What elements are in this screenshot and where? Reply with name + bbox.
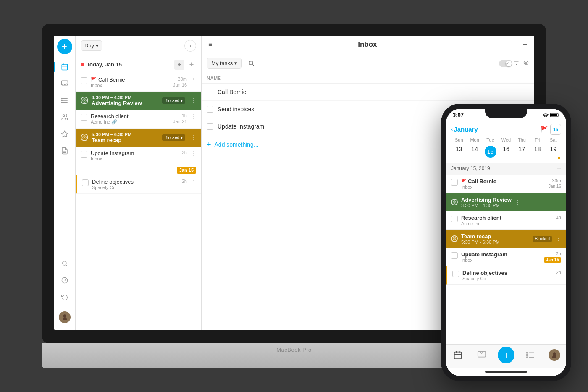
task-checkbox[interactable] [207, 123, 213, 130]
clock-icon [81, 97, 88, 104]
phone-date-13[interactable]: 13 [451, 144, 467, 159]
event-advertising-review[interactable]: 3:30 PM – 4:30 PM Advertising Review Blo… [76, 92, 201, 110]
sidebar-item-inbox[interactable] [57, 76, 72, 91]
task-checkbox[interactable] [81, 151, 87, 158]
phone-status-bar: 3:07 [446, 109, 566, 121]
blocked-badge: Blocked ▾ [162, 134, 185, 141]
sidebar-item-help[interactable] [57, 273, 72, 288]
phone-status-icons [543, 113, 559, 117]
phone-mockup: 3:07 ‹ January 🚩 15 [441, 104, 571, 381]
calendar-header: Day ▾ › [76, 36, 201, 56]
phone-checkbox[interactable] [451, 216, 458, 222]
phone-event-advertising-review[interactable]: Advertising Review 3:30 PM - 4:30 PM ⋮ [446, 193, 566, 211]
home-indicator [485, 371, 527, 373]
svg-rect-44 [454, 352, 462, 359]
phone-back-button[interactable]: ‹ January [451, 126, 478, 133]
sidebar-item-avatar[interactable] [57, 310, 72, 325]
phone-calendar-icon[interactable]: 15 [550, 124, 561, 135]
task-more-menu[interactable]: ⋮ [190, 179, 196, 185]
hamburger-menu[interactable]: ≡ [208, 41, 212, 48]
my-tasks-button[interactable]: My tasks ▾ [207, 58, 242, 69]
search-button[interactable] [245, 58, 257, 69]
inbox-add-button[interactable]: + [522, 40, 528, 50]
phone-notch [485, 109, 527, 118]
cal-grid-icon[interactable]: ⊞ [174, 60, 184, 70]
sidebar-item-list[interactable] [57, 93, 72, 108]
task-checkbox[interactable] [81, 77, 87, 84]
add-plus-icon: + [207, 140, 211, 149]
svg-rect-48 [478, 352, 485, 357]
sidebar-item-calendar[interactable] [57, 59, 72, 74]
sidebar-item-history[interactable] [57, 289, 72, 305]
phone-more-menu[interactable]: ⋮ [555, 235, 561, 242]
task-update-instagram[interactable]: Update Instagram Inbox 2h ⋮ [76, 147, 201, 165]
sidebar: + [54, 36, 76, 330]
sidebar-item-starred[interactable] [57, 126, 72, 142]
task-checkbox[interactable] [81, 114, 87, 121]
svg-point-55 [553, 352, 556, 355]
phone-date-15[interactable]: 15 [483, 144, 498, 159]
phone-screen: 3:07 ‹ January 🚩 15 [446, 109, 566, 376]
phone-checkbox[interactable] [452, 271, 459, 277]
svg-line-43 [454, 239, 455, 239]
cal-add-button[interactable]: + [187, 60, 196, 69]
date-divider: Jan 15 [76, 165, 201, 175]
phone-checkbox[interactable] [451, 252, 458, 259]
phone-event-team-recap[interactable]: Team recap 5:30 PM - 6:30 PM Blocked ⋮ [446, 230, 566, 248]
task-more-menu[interactable]: ⋮ [190, 113, 196, 120]
today-header: Today, Jan 15 ⊞ + [76, 56, 201, 73]
blocked-badge: Blocked ▾ [162, 97, 185, 104]
svg-point-17 [62, 261, 66, 265]
svg-line-40 [454, 202, 455, 203]
svg-point-21 [63, 314, 66, 317]
event-team-recap[interactable]: 5:30 PM – 6:30 PM Team recap Blocked ▾ ⋮ [76, 129, 201, 147]
phone-nav-list[interactable] [523, 347, 538, 363]
filter-icon[interactable] [513, 60, 520, 67]
task-checkbox[interactable] [82, 179, 89, 186]
phone-nav-inbox[interactable] [474, 347, 489, 363]
sidebar-bottom [57, 256, 72, 330]
task-more-menu[interactable]: ⋮ [190, 150, 196, 157]
day-selector[interactable]: Day ▾ [81, 40, 102, 51]
task-call-bernie[interactable]: 🚩 Call Bernie Inbox 30m Jan 16 ⋮ [76, 73, 201, 92]
task-checkbox[interactable] [207, 89, 213, 95]
phone-date-16[interactable]: 16 [498, 144, 514, 159]
phone-nav-profile[interactable] [547, 347, 562, 363]
phone-date-14[interactable]: 14 [467, 144, 482, 159]
event-more-menu[interactable]: ⋮ [190, 97, 196, 104]
fab-button[interactable]: + [57, 39, 72, 54]
svg-point-11 [61, 100, 62, 100]
task-more-menu[interactable]: ⋮ [190, 76, 196, 83]
phone-content: ‹ January 🚩 15 Sun Mon Tue Wed [446, 121, 566, 344]
toolbar-right [499, 60, 529, 67]
phone-section-add[interactable]: + [556, 164, 561, 173]
task-define-objectives[interactable]: Define objectives Spacely Co 2h ⋮ [76, 175, 201, 194]
phone-nav-add[interactable]: + [498, 347, 514, 363]
macbook-frame: + [42, 24, 546, 368]
phone-task-define-objectives[interactable]: Define objectives Spacely Co 2h [446, 266, 566, 285]
completion-toggle[interactable] [499, 60, 510, 67]
phone-task-research-client[interactable]: Research client Acme Inc 1h [446, 211, 566, 230]
sidebar-item-people[interactable] [57, 110, 72, 125]
phone-blocked-badge: Blocked [533, 236, 552, 242]
phone-checkbox[interactable] [451, 179, 458, 186]
task-checkbox[interactable] [207, 106, 213, 113]
cal-forward-btn[interactable]: › [184, 40, 196, 52]
phone-task-call-bernie[interactable]: 🚩 Call Bernie Inbox 30m Jan 16 [446, 175, 566, 193]
phone-date-19[interactable]: 19 [546, 144, 561, 159]
phone-date-18[interactable]: 18 [530, 144, 545, 159]
phone-date-17[interactable]: 17 [514, 144, 530, 159]
inbox-toolbar: My tasks ▾ [202, 54, 534, 73]
view-icon[interactable] [523, 60, 529, 67]
inbox-task-call-bernie[interactable]: Call Bernie [202, 84, 534, 101]
inbox-title: Inbox [212, 40, 522, 49]
phone-nav-calendar[interactable] [450, 347, 465, 363]
phone-more-menu[interactable]: ⋮ [515, 199, 521, 205]
task-research-client[interactable]: Research client Acme Inc 🔗 1h Jan 21 ⋮ [76, 110, 201, 129]
event-more-menu[interactable]: ⋮ [190, 134, 196, 141]
sidebar-item-search[interactable] [57, 256, 72, 271]
svg-point-10 [61, 98, 62, 99]
phone-task-update-instagram[interactable]: Update Instagram Inbox 2h Jan 15 [446, 248, 566, 266]
sidebar-item-notes[interactable] [57, 143, 72, 158]
svg-point-52 [527, 352, 528, 353]
